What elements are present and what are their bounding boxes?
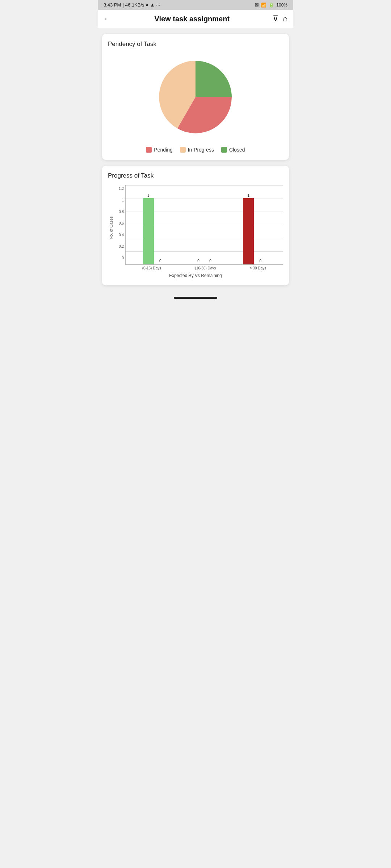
y-tick-5: 0.4 — [119, 233, 124, 237]
page-title: View task assignment — [116, 15, 268, 23]
chart-plot: 1 0 — [125, 185, 283, 265]
legend-closed: Closed — [221, 147, 245, 153]
progress-card: Progress of Task No. of Cases 1.2 1 0.8 … — [102, 166, 289, 285]
signal-icon: ● — [146, 2, 149, 8]
legend-closed-color — [221, 147, 227, 153]
bar-group-2: 0 0 — [193, 259, 216, 264]
y-tick-1: 1.2 — [119, 187, 124, 191]
x-label-2: (16-30) Days — [195, 266, 216, 270]
bar-1-2: 0 — [155, 259, 166, 264]
battery-icon: 🔋 — [269, 3, 274, 8]
legend-pending: Pending — [146, 147, 172, 153]
x-label-1: (0-15) Days — [142, 266, 161, 270]
bar-chart-wrapper: No. of Cases 1.2 1 0.8 0.6 0.4 0.2 0 — [108, 185, 283, 278]
status-bar: 3:43 PM | 46.1KB/s ● ▲ ··· ☒ 📶 🔋 100% — [98, 0, 293, 10]
pie-chart — [152, 54, 239, 140]
filter-button[interactable]: ⊽ — [273, 14, 278, 24]
legend-pending-label: Pending — [154, 147, 172, 153]
dots-icon: ··· — [156, 2, 160, 8]
bar-rect-3-1 — [243, 198, 254, 264]
battery-percent: 100% — [276, 3, 287, 8]
bar-val-1-2: 0 — [159, 259, 161, 263]
bar-val-3-2: 0 — [260, 259, 262, 263]
pie-chart-container — [108, 54, 283, 140]
pendency-title: Pendency of Task — [108, 41, 283, 48]
bar-rect-2-2 — [205, 264, 216, 264]
x-axis-title: Expected By Vs Remaining — [108, 273, 283, 278]
bar-1-1: 1 — [143, 193, 154, 264]
bottom-indicator — [174, 297, 217, 299]
legend-pending-color — [146, 147, 152, 153]
legend-closed-label: Closed — [229, 147, 245, 153]
bar-3-1: 1 — [243, 193, 254, 264]
pendency-card: Pendency of Task Pending In-Progress — [102, 34, 289, 160]
wifi-icon: 📶 — [261, 3, 266, 8]
y-tick-6: 0.2 — [119, 244, 124, 248]
bar-rect-2-1 — [193, 264, 204, 264]
legend-inprogress-label: In-Progress — [188, 147, 214, 153]
home-button[interactable]: ⌂ — [283, 14, 287, 24]
bar-3-2: 0 — [255, 259, 266, 264]
bar-2-1: 0 — [193, 259, 204, 264]
back-button[interactable]: ← — [104, 14, 112, 24]
bar-val-2-2: 0 — [209, 259, 211, 263]
y-tick-2: 1 — [122, 198, 124, 202]
y-tick-4: 0.6 — [119, 221, 124, 225]
bar-rect-1-1 — [143, 198, 154, 264]
y-tick-3: 0.8 — [119, 210, 124, 214]
bottom-bar — [98, 291, 293, 302]
bars-container: 1 0 — [126, 193, 283, 264]
x-label-3: > 30 Days — [250, 266, 266, 270]
status-time: 3:43 PM — [104, 2, 121, 8]
legend-inprogress-color — [180, 147, 186, 153]
pie-legend: Pending In-Progress Closed — [108, 147, 283, 153]
bar-rect-3-2 — [255, 264, 266, 264]
bar-group-1: 1 0 — [143, 193, 166, 264]
bar-val-3-1: 1 — [248, 193, 250, 197]
y-tick-7: 0 — [122, 256, 124, 260]
y-axis-label: No. of Cases — [109, 216, 113, 239]
x-axis-labels: (0-15) Days (16-30) Days > 30 Days — [125, 265, 283, 270]
main-content: Pendency of Task Pending In-Progress — [98, 28, 293, 291]
bar-val-1-1: 1 — [147, 193, 150, 197]
bar-group-3: 1 0 — [243, 193, 266, 264]
progress-title: Progress of Task — [108, 172, 283, 179]
bar-rect-1-2 — [155, 264, 166, 264]
triangle-icon: ▲ — [150, 2, 155, 8]
legend-inprogress: In-Progress — [180, 147, 214, 153]
bar-val-2-1: 0 — [197, 259, 199, 263]
status-network: 46.1KB/s — [125, 2, 144, 8]
top-nav: ← View task assignment ⊽ ⌂ — [98, 10, 293, 28]
close-icon: ☒ — [255, 3, 259, 8]
bar-2-2: 0 — [205, 259, 216, 264]
pie-closed — [196, 61, 232, 97]
